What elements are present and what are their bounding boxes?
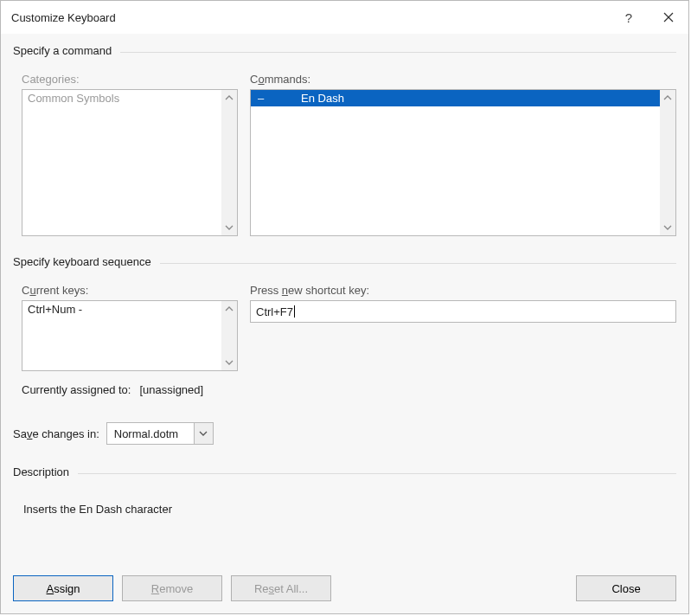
- help-icon: ?: [625, 10, 632, 25]
- command-name: En Dash: [301, 92, 344, 105]
- categories-column: Categories: Common Symbols: [22, 69, 238, 236]
- assigned-row: Currently assigned to: [unassigned]: [22, 383, 676, 396]
- close-button[interactable]: Close: [576, 575, 676, 601]
- close-button[interactable]: [649, 1, 688, 34]
- remove-button[interactable]: Remove: [122, 575, 222, 601]
- commands-column: Commands: – En Dash: [250, 69, 676, 236]
- current-keys-label: Current keys:: [22, 284, 238, 297]
- customize-keyboard-dialog: Customize Keyboard ? Specify a command C…: [0, 0, 689, 614]
- save-changes-label: Save changes in:: [13, 427, 99, 440]
- dialog-content: Specify a command Categories: Common Sym…: [1, 34, 688, 613]
- current-key-item[interactable]: Ctrl+Num -: [22, 301, 237, 318]
- current-keys-scrollbar[interactable]: [221, 301, 237, 370]
- save-changes-combobox[interactable]: Normal.dotm: [106, 422, 214, 445]
- titlebar: Customize Keyboard ?: [1, 1, 688, 34]
- command-symbol: –: [256, 92, 282, 105]
- commands-label: Commands:: [250, 73, 676, 86]
- categories-scrollbar[interactable]: [221, 90, 237, 235]
- help-button[interactable]: ?: [609, 1, 649, 34]
- chevron-down-icon[interactable]: [221, 220, 237, 235]
- chevron-down-icon[interactable]: [221, 355, 237, 370]
- assign-button[interactable]: Assign: [13, 575, 113, 601]
- chevron-down-icon[interactable]: [660, 220, 675, 235]
- chevron-up-icon[interactable]: [221, 301, 237, 317]
- description-header: Description: [13, 460, 676, 484]
- categories-item[interactable]: Common Symbols: [22, 90, 237, 106]
- press-new-label: Press new shortcut key:: [250, 284, 676, 297]
- specify-command-header: Specify a command: [13, 39, 676, 62]
- save-changes-row: Save changes in: Normal.dotm: [13, 422, 676, 445]
- button-row: Assign Remove Reset All... Close: [13, 558, 676, 601]
- commands-scrollbar[interactable]: [660, 90, 675, 235]
- keyseq-row: Current keys: Ctrl+Num - Press new short…: [22, 280, 676, 371]
- commands-item-selected[interactable]: – En Dash: [251, 90, 660, 106]
- currently-assigned-label: Currently assigned to:: [22, 383, 131, 396]
- chevron-down-icon: [199, 431, 208, 436]
- current-keys-column: Current keys: Ctrl+Num -: [22, 280, 238, 371]
- reset-all-button[interactable]: Reset All...: [231, 575, 331, 601]
- command-selectors-row: Categories: Common Symbols Commands:: [22, 69, 676, 236]
- save-changes-value: Normal.dotm: [107, 426, 194, 442]
- commands-listbox[interactable]: – En Dash: [250, 89, 676, 236]
- chevron-up-icon[interactable]: [660, 90, 675, 106]
- current-keys-listbox[interactable]: Ctrl+Num -: [22, 300, 238, 371]
- currently-assigned-value: [unassigned]: [139, 383, 203, 396]
- description-text: Inserts the En Dash character: [13, 494, 676, 519]
- titlebar-controls: ?: [609, 1, 688, 34]
- close-icon: [663, 12, 674, 22]
- chevron-up-icon[interactable]: [221, 90, 237, 106]
- categories-listbox[interactable]: Common Symbols: [22, 89, 238, 236]
- new-shortcut-value: Ctrl+F7: [256, 305, 293, 318]
- dropdown-button[interactable]: [194, 423, 213, 444]
- dialog-title: Customize Keyboard: [11, 11, 116, 24]
- specify-keyseq-header: Specify keyboard sequence: [13, 250, 676, 273]
- press-new-column: Press new shortcut key: Ctrl+F7: [250, 280, 676, 371]
- specify-keyseq-label: Specify keyboard sequence: [13, 255, 151, 268]
- specify-command-label: Specify a command: [13, 44, 112, 57]
- description-label: Description: [13, 465, 69, 478]
- new-shortcut-input[interactable]: Ctrl+F7: [250, 300, 676, 323]
- categories-label: Categories:: [22, 73, 238, 86]
